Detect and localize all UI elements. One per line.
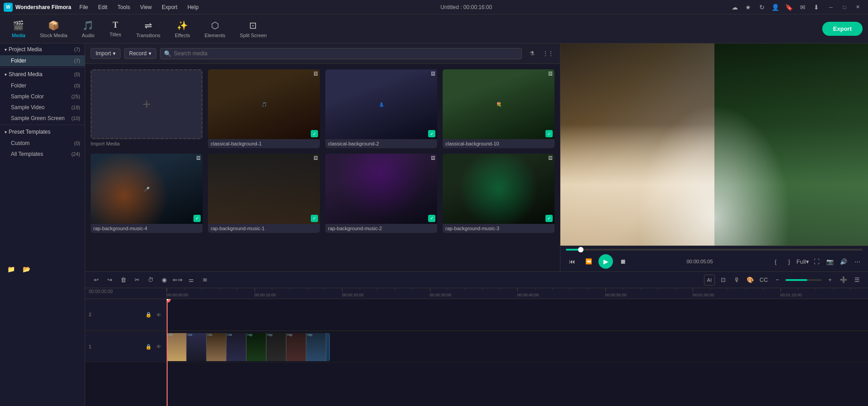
toolbar-media[interactable]: 🎬 Media — [5, 18, 32, 40]
download-icon[interactable]: ⬇ — [811, 2, 822, 13]
new-folder-button[interactable]: 📁 — [5, 263, 17, 276]
track-2-lock[interactable]: 🔒 — [145, 311, 153, 319]
volume-button[interactable]: 🔊 — [838, 256, 849, 267]
video-clip-group[interactable] — [167, 333, 330, 361]
grid-view-button[interactable]: ⋮⋮ — [542, 47, 555, 60]
zoom-control — [786, 279, 822, 281]
scissors-button[interactable]: ✂ — [131, 275, 142, 285]
toolbar-titles[interactable]: T Titles — [103, 19, 128, 39]
audio-detect-button[interactable]: 🎙 — [731, 275, 742, 285]
quality-dropdown[interactable]: Full ▾ — [797, 256, 808, 267]
shared-media-header[interactable]: ▾Shared Media (0) — [0, 68, 85, 80]
sample-video-item[interactable]: Sample Video (18) — [0, 102, 85, 113]
record-dropdown[interactable]: Record ▾ — [124, 48, 156, 59]
crop-button[interactable]: ⊡ — [718, 275, 728, 285]
undo-button[interactable]: ↩ — [91, 275, 101, 285]
align-button[interactable]: ⚌ — [186, 275, 197, 285]
name-classical-2: classical-background-2 — [325, 139, 437, 148]
track-1-eye[interactable]: 👁 — [154, 343, 163, 351]
filter-button[interactable]: ⚗ — [526, 47, 538, 60]
ruler-content[interactable]: 00:00:00:0000:00:10:0000:00:20:0000:00:3… — [167, 288, 868, 299]
menu-file[interactable]: File — [75, 2, 92, 12]
progress-bar[interactable] — [566, 249, 863, 251]
track-2-content[interactable] — [167, 299, 868, 331]
media-item-rap-4[interactable]: 🎤 🖼 ✓ rap-background-music-4 — [91, 154, 203, 232]
caption-button[interactable]: CC — [758, 275, 769, 285]
open-folder-button[interactable]: 📂 — [20, 263, 33, 276]
import-dropzone[interactable]: + — [91, 69, 203, 139]
star-icon[interactable]: ★ — [743, 2, 754, 13]
stop-button[interactable]: ⏹ — [617, 255, 629, 268]
color-match-button[interactable]: 🎨 — [745, 275, 756, 285]
menu-tools[interactable]: Tools — [113, 2, 135, 12]
speed-button[interactable]: ⏱ — [145, 275, 156, 285]
full-screen-button[interactable]: ⛶ — [811, 256, 822, 267]
import-media-item[interactable]: + Import Media — [91, 69, 203, 148]
toolbar-stock-media[interactable]: 📦 Stock Media — [34, 18, 74, 40]
add-track-button[interactable]: ➕ — [838, 275, 849, 285]
mark-in-icon[interactable]: { — [770, 256, 781, 267]
titles-icon: T — [113, 20, 118, 30]
step-back-button[interactable]: ⏪ — [582, 255, 595, 268]
close-button[interactable]: ✕ — [852, 2, 864, 13]
toolbar-effects[interactable]: ✨ Effects — [169, 18, 196, 40]
media-item-rap-3[interactable]: 🖼 ✓ rap-background-music-3 — [443, 154, 555, 232]
zoom-slider[interactable] — [786, 279, 822, 281]
bookmark-icon[interactable]: 🔖 — [784, 2, 795, 13]
media-item-classical-1[interactable]: 🎵 🖼 ✓ classical-background-1 — [208, 69, 320, 148]
export-button[interactable]: Export — [822, 22, 863, 36]
shared-media-folder[interactable]: Folder (0) — [0, 80, 85, 91]
import-dropdown[interactable]: Import ▾ — [91, 48, 121, 59]
toolbar-audio[interactable]: 🎵 Audio — [76, 18, 101, 40]
track-1-lock[interactable]: 🔒 — [145, 343, 153, 351]
track-2-eye[interactable]: 👁 — [154, 311, 163, 319]
redo-button[interactable]: ↪ — [104, 275, 115, 285]
mail-icon[interactable]: ✉ — [797, 2, 808, 13]
auto-ripple-button[interactable]: ⇐⇒ — [172, 275, 183, 285]
preview-video[interactable] — [560, 44, 868, 246]
media-item-rap-2[interactable]: 🖼 ✓ rap-background-music-2 — [325, 154, 437, 232]
all-templates-item[interactable]: All Templates (24) — [0, 149, 85, 160]
maximize-button[interactable]: □ — [838, 2, 851, 13]
menu-view[interactable]: View — [135, 2, 156, 12]
cloud-icon[interactable]: ☁ — [729, 2, 740, 13]
toolbar-transitions[interactable]: ⇌ Transitions — [130, 18, 167, 40]
account-icon[interactable]: 👤 — [770, 2, 781, 13]
toolbar-split-screen[interactable]: ⊡ Split Screen — [233, 18, 273, 40]
zoom-in-button[interactable]: + — [825, 275, 835, 285]
preset-templates-header[interactable]: ▾Preset Templates — [0, 126, 85, 138]
split-audio-button[interactable]: ≋ — [199, 275, 210, 285]
preview-more-button[interactable]: ⋯ — [852, 256, 863, 267]
all-templates-count: (24) — [71, 151, 80, 157]
minimize-button[interactable]: ─ — [825, 2, 837, 13]
track-settings-button[interactable]: ☰ — [852, 275, 863, 285]
toolbar-elements[interactable]: ⬡ Elements — [198, 18, 231, 40]
skip-to-start-button[interactable]: ⏮ — [566, 255, 579, 268]
divider-2 — [0, 125, 85, 125]
snapshot-button[interactable]: 📷 — [825, 256, 835, 267]
menu-edit[interactable]: Edit — [93, 2, 112, 12]
zoom-out-button[interactable]: − — [772, 275, 783, 285]
delete-button[interactable]: 🗑 — [118, 275, 129, 285]
menu-help[interactable]: Help — [183, 2, 203, 12]
search-input[interactable] — [174, 50, 518, 57]
track-1-content[interactable]: rap cla cla cla rap rap rap rap — [167, 331, 868, 362]
sample-green-screen-item[interactable]: Sample Green Screen (10) — [0, 113, 85, 124]
menu-export[interactable]: Export — [157, 2, 182, 12]
media-item-classical-2[interactable]: 👗 🖼 ✓ classical-background-2 — [325, 69, 437, 148]
refresh-icon[interactable]: ↻ — [757, 2, 767, 13]
add-marker-button[interactable]: ◉ — [159, 275, 169, 285]
ai-enhance-button[interactable]: AI — [704, 275, 715, 285]
custom-item[interactable]: Custom (0) — [0, 138, 85, 149]
tracks-right[interactable]: rap cla cla cla rap rap rap rap — [167, 299, 868, 406]
media-item-classical-10[interactable]: 💐 🖼 ✓ classical-background-10 — [443, 69, 555, 148]
image-icon-10: 🖼 — [548, 71, 553, 76]
sample-color-item[interactable]: Sample Color (25) — [0, 91, 85, 102]
media-item-rap-1[interactable]: 🖼 ✓ rap-background-music-1 — [208, 154, 320, 232]
play-button[interactable]: ▶ — [598, 254, 613, 269]
progress-thumb[interactable] — [578, 247, 583, 252]
mark-out-icon[interactable]: } — [784, 256, 795, 267]
project-media-folder[interactable]: Folder (7) — [0, 55, 85, 66]
project-media-header[interactable]: ▾Project Media (7) — [0, 44, 85, 55]
split-screen-icon: ⊡ — [249, 20, 257, 31]
